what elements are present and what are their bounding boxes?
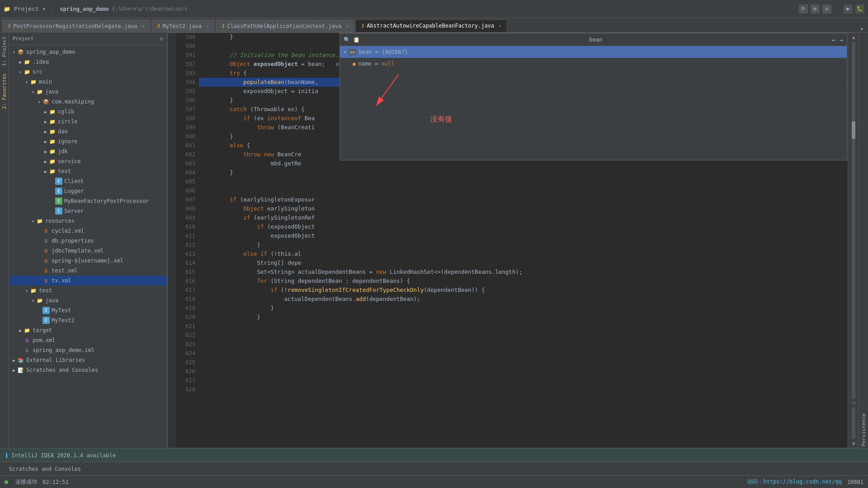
- tree-label-root: spring_aop_demo: [26, 49, 75, 55]
- project-path: C:\Users\p'c\Desktop\spri: [113, 6, 188, 12]
- tree-item-main[interactable]: ▾ 📁 main: [9, 77, 167, 87]
- tab-close-1[interactable]: ✕: [206, 23, 209, 28]
- run-icon[interactable]: ▶: [844, 5, 853, 14]
- code-line-622: [203, 331, 844, 340]
- tree-arrow-root: ▾: [11, 50, 17, 55]
- tree-item-mybeanfactory[interactable]: ▶ C MyBeanFactoryPostProcessor: [9, 196, 167, 206]
- tab-close-3[interactable]: ✕: [499, 23, 501, 28]
- tree-item-jdk[interactable]: ▶ 📁 jdk: [9, 146, 167, 156]
- bottom-tabs-bar: Scratches and Consoles: [0, 462, 868, 475]
- project-panel-label[interactable]: 1: Project: [0, 33, 8, 70]
- tab-2[interactable]: J ClassPathXmlApplicationContext.java ✕: [216, 19, 354, 32]
- tab-0[interactable]: J PostProcessorRegistrationDelegate.java…: [2, 19, 151, 32]
- scroll-action-btn[interactable]: ⟲: [849, 399, 858, 408]
- favorites-panel-label[interactable]: 2: Favorites: [0, 70, 8, 113]
- tree-folder-icon-circle: 📁: [49, 118, 56, 125]
- code-line-604: }: [203, 168, 844, 177]
- tree-item-client[interactable]: ▶ C Client: [9, 176, 167, 186]
- tree-label-pom: pom.xml: [33, 337, 56, 343]
- tree-item-target[interactable]: ▶ 📁 target: [9, 325, 167, 335]
- tree-label-testxml: test.xml: [52, 267, 78, 274]
- tree-item-pom[interactable]: ▶ 🗎 pom.xml: [9, 335, 167, 345]
- tree-item-ignore[interactable]: ▶ 📁 ignore: [9, 136, 167, 146]
- notification-bar: ℹ IntelliJ IDEA 2020.1.4 available: [0, 448, 868, 462]
- debug-icon[interactable]: 🐛: [855, 5, 864, 14]
- notification-info-icon: ℹ: [5, 452, 8, 459]
- scrollbar-thumb: [852, 121, 855, 139]
- tab-3[interactable]: J AbstractAutowireCapableBeanFactory.jav…: [355, 19, 507, 32]
- code-line-608: Object earlySingleton: [203, 204, 844, 213]
- tab-1[interactable]: J MyTest2.java ✕: [151, 19, 215, 32]
- tree-item-cglib[interactable]: ▶ 📁 cglib: [9, 107, 167, 117]
- tree-item-jdbcxml[interactable]: ▶ 🗎 jdbcTemplate.xml: [9, 246, 167, 256]
- debug-forward-btn[interactable]: →: [840, 36, 843, 43]
- tree-item-logger[interactable]: ▶ C Logger: [9, 186, 167, 196]
- tree-item-java2[interactable]: ▾ 📁 java: [9, 296, 167, 305]
- tab-close-2[interactable]: ✕: [346, 23, 349, 28]
- tree-item-dbprops[interactable]: ▶ 🗎 db.properties: [9, 236, 167, 246]
- tree-item-dao[interactable]: ▶ 📁 dao: [9, 127, 167, 136]
- scroll-up-btn[interactable]: ▲: [849, 33, 858, 41]
- tree-item-txml[interactable]: ▶ 🗎 tx.xml: [9, 276, 167, 286]
- tree-item-testxml[interactable]: ▶ 🗎 test.xml: [9, 266, 167, 276]
- debug-back-btn[interactable]: ←: [832, 36, 835, 43]
- tree-class-icon-mytest: C: [42, 307, 50, 314]
- tree-item-server[interactable]: ▶ C Server: [9, 206, 167, 216]
- bottom-tab-scratches[interactable]: Scratches and Consoles: [4, 463, 86, 475]
- tree-item-circle[interactable]: ▶ 📁 circle: [9, 117, 167, 127]
- tree-item-idea[interactable]: ▶ 📁 .idea: [9, 57, 167, 67]
- tree-item-iml[interactable]: ▶ 🗎 spring_aop_demo.iml: [9, 345, 167, 355]
- tree-arrow-cglib: ▶: [42, 109, 49, 114]
- tree-label-src: src: [33, 69, 42, 75]
- persistence-label[interactable]: Persistence: [861, 412, 867, 448]
- sidebar-gear-icon[interactable]: ⚙: [160, 36, 163, 42]
- tree-item-extlibs[interactable]: ▶ 📚 External Libraries: [9, 355, 167, 365]
- tree-folder-icon-test-pkg: 📁: [49, 168, 56, 175]
- tree-item-resources[interactable]: ▾ 📁 resources: [9, 216, 167, 226]
- persistence-strip: Persistence: [859, 33, 868, 448]
- debug-icon-right: 📋: [353, 37, 360, 43]
- code-line-616: for (String dependentBean : dependentBea…: [203, 277, 844, 286]
- project-label[interactable]: Project: [14, 5, 39, 12]
- debug-tree-property-item[interactable]: ● name = null: [340, 58, 847, 70]
- status-link[interactable]: 访问：https://blog.csdn.net/qq: [747, 478, 841, 486]
- tree-item-mytest2[interactable]: ▶ C MyTest2: [9, 315, 167, 325]
- code-line-620: }: [203, 313, 844, 322]
- tree-item-src[interactable]: ▾ 📁 src: [9, 67, 167, 77]
- tree-arrow-main: ▾: [24, 80, 30, 84]
- debug-tree-main-item[interactable]: ▾ oo bean = {A@1667}: [340, 46, 847, 58]
- code-line-609: if (earlySingletonRef: [203, 213, 844, 222]
- tree-package-icon: 📦: [42, 98, 50, 105]
- scroll-down-btn[interactable]: ▼: [849, 440, 858, 447]
- layout-icon[interactable]: ⊞: [811, 5, 820, 14]
- tree-item-package[interactable]: ▾ 📦 com.mashiping: [9, 97, 167, 107]
- tree-item-java[interactable]: ▾ 📁 java: [9, 87, 167, 97]
- code-line-606: [203, 186, 844, 195]
- tab-close-0[interactable]: ✕: [142, 23, 145, 28]
- tree-label-dbprops: db.properties: [52, 238, 94, 244]
- tree-item-scratches[interactable]: ▶ 📝 Scratches and Consoles: [9, 365, 167, 375]
- tree-item-cycle2xml[interactable]: ▶ 🗎 cycle2.xml: [9, 226, 167, 236]
- separator1: |: [51, 6, 54, 12]
- tree-item-test-root[interactable]: ▾ 📁 test: [9, 286, 167, 296]
- settings-icon[interactable]: ⚙: [822, 5, 831, 14]
- code-line-621: [203, 322, 844, 331]
- tree-item-mytest[interactable]: ▶ C MyTest: [9, 305, 167, 315]
- tree-label-springxml: spring-${username}.xml: [52, 258, 123, 264]
- tree-item-springxml[interactable]: ▶ 🗎 spring-${username}.xml: [9, 256, 167, 266]
- tree-item-root[interactable]: ▾ 📦 spring_aop_demo: [9, 47, 167, 57]
- tree-props-icon-db: 🗎: [42, 237, 50, 244]
- tree-label-service: service: [58, 158, 81, 164]
- tree-folder-icon-ignore: 📁: [49, 138, 56, 145]
- status-line-info: 10081: [847, 479, 863, 485]
- tabs-overflow-icon[interactable]: ▾: [858, 26, 866, 32]
- scrollbar-track[interactable]: [852, 42, 855, 439]
- tree-folder-icon-resources: 📁: [36, 217, 43, 225]
- project-dropdown-icon[interactable]: ▾: [42, 6, 46, 12]
- tree-arrow-service: ▶: [42, 159, 49, 164]
- tree-item-test-pkg[interactable]: ▶ 📁 test: [9, 166, 167, 176]
- tree-item-service[interactable]: ▶ 📁 service: [9, 156, 167, 166]
- tab-java-icon-3: J: [361, 23, 364, 28]
- code-line-623: [203, 340, 844, 349]
- sync-icon[interactable]: ⟳: [799, 5, 808, 14]
